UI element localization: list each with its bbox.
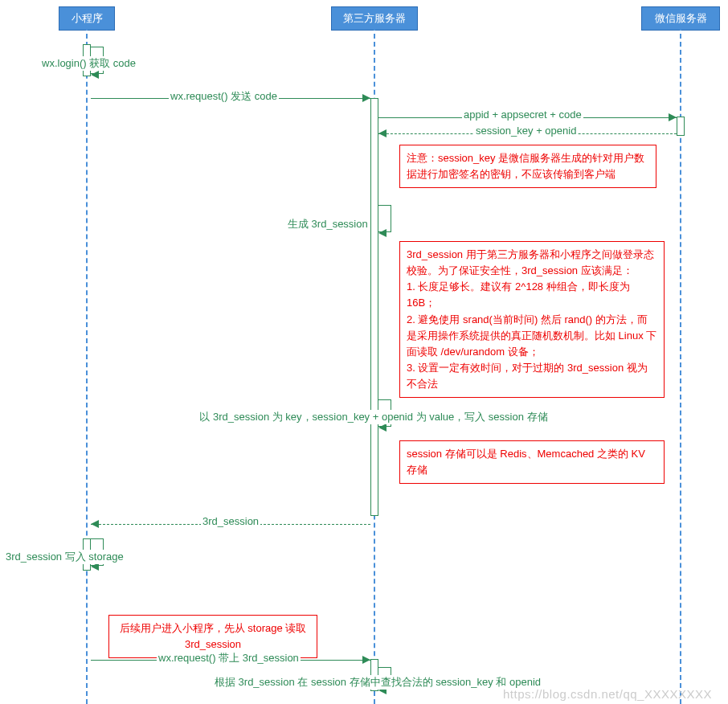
note-session-key-warning: 注意：session_key 是微信服务器生成的针对用户数据进行加密签名的密钥，… — [399, 145, 656, 188]
label-write-session-store: 以 3rd_session 为 key，session_key + openid… — [181, 410, 566, 424]
label-session-key-openid: session_key + openid — [474, 125, 578, 137]
note2-line2: 1. 长度足够长。建议有 2^128 种组合，即长度为 16B； — [407, 280, 630, 309]
arrowhead-gen-3rd — [378, 229, 386, 237]
arrowhead-appid-secret — [669, 113, 677, 121]
label-gen-3rd: 生成 3rd_session — [286, 217, 370, 231]
lifeline-miniprogram — [86, 26, 88, 704]
activation-wx-1 — [677, 117, 685, 136]
note-session-store-options: session 存储可以是 Redis、Memcached 之类的 KV 存储 — [399, 440, 665, 484]
label-return-3rd: 3rd_session — [201, 515, 260, 527]
arrowhead-write-session-store — [378, 424, 386, 432]
note-3rd-session-rules: 3rd_session 用于第三方服务器和小程序之间做登录态校验。为了保证安全性… — [399, 241, 665, 398]
watermark-text: https://blog.csdn.net/qq_XXXXXXXX — [503, 687, 712, 701]
self-gen-3rd — [378, 205, 391, 232]
arrowhead-wx-request-3rd — [362, 656, 370, 664]
note2-line1: 3rd_session 用于第三方服务器和小程序之间做登录态校验。为了保证安全性… — [407, 248, 654, 276]
label-wx-login: wx.login() 获取 code — [40, 56, 137, 71]
label-appid-secret: appid + appsecret + code — [462, 108, 583, 121]
arrowhead-return-3rd — [91, 520, 99, 528]
note2-line3: 2. 避免使用 srand(当前时间) 然后 rand() 的方法，而是采用操作… — [407, 313, 656, 358]
arrowhead-session-key-openid — [378, 129, 386, 137]
arrowhead-wx-request-code — [362, 94, 370, 102]
label-wx-request-3rd: wx.request() 带上 3rd_session — [157, 651, 301, 665]
note2-line4: 3. 设置一定有效时间，对于过期的 3rd_session 视为不合法 — [407, 362, 648, 390]
arrowhead-wx-login — [91, 71, 99, 79]
label-write-storage: 3rd_session 写入 storage — [4, 550, 125, 564]
label-wx-request-code: wx.request() 发送 code — [169, 89, 279, 104]
activation-srv-1 — [370, 98, 378, 516]
